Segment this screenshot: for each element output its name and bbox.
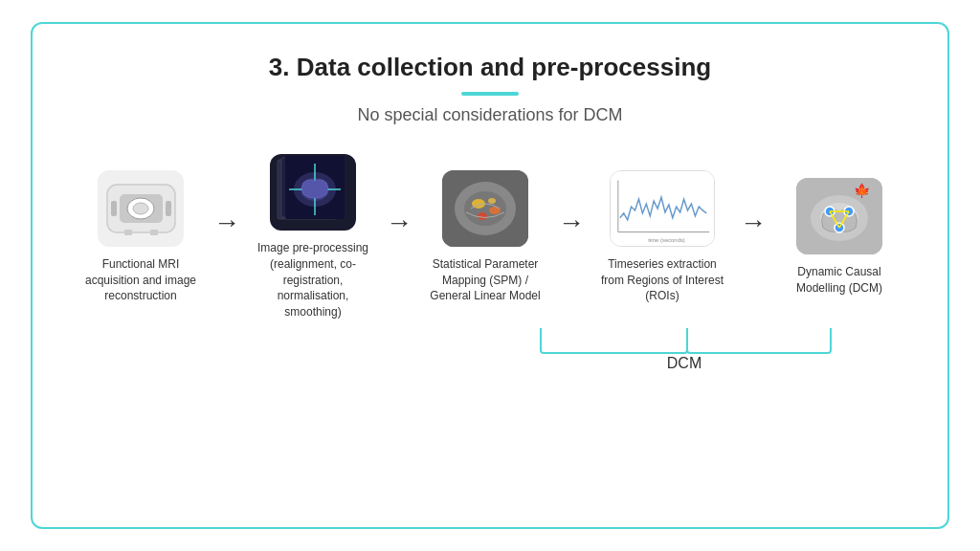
step-fmri: Functional MRI acquisition and image rec… [74,170,208,304]
svg-rect-4 [111,201,117,216]
arrow-2: → [386,208,412,267]
slide-subtitle: No special considerations for DCM [357,105,622,125]
step-dcm-brain: 🍁 Dynamic Causal Modelling (DCM) [772,178,906,297]
preprocessing-icon-box [270,154,356,231]
arrow-3: → [558,208,585,267]
pipeline-steps: Functional MRI acquisition and image rec… [71,154,909,320]
spm-icon-box [442,170,528,247]
svg-point-3 [133,203,148,214]
timeseries-icon-box: time (seconds) [610,170,715,247]
dcm-brain-label: Dynamic Causal Modelling (DCM) [777,264,902,297]
title-underline [461,92,519,96]
slide-title: 3. Data collection and pre-processing [269,53,711,82]
svg-point-17 [464,191,506,226]
timeseries-label: Timeseries extraction from Regions of In… [600,256,724,304]
dcm-bracket-label: DCM [667,355,702,372]
spm-label: Statistical Parameter Mapping (SPM) / Ge… [423,256,547,304]
svg-text:time (seconds): time (seconds) [648,237,685,243]
arrow-1: → [213,208,240,267]
step-spm: Statistical Parameter Mapping (SPM) / Ge… [418,170,552,304]
mri-icon [105,177,177,239]
fmri-icon-box [98,170,184,247]
spm-icon [442,170,528,247]
svg-rect-6 [124,230,132,235]
timeseries-icon: time (seconds) [611,170,714,247]
brain-scan-icon [270,154,356,231]
dcm-brain-icon-box: 🍁 [796,178,882,254]
dcm-bracket-svg [536,326,833,355]
dcm-bracket-section: DCM [522,326,847,372]
dcm-brain-icon: 🍁 [796,178,882,254]
svg-point-20 [478,212,487,220]
pipeline: Functional MRI acquisition and image rec… [71,154,909,372]
svg-rect-5 [166,201,171,216]
step-timeseries: time (seconds) Timeseries extraction fro… [590,170,734,304]
step-preprocessing: Image pre-processing (realignment, co-re… [246,154,380,320]
preprocessing-label: Image pre-processing (realignment, co-re… [251,240,375,320]
fmri-label: Functional MRI acquisition and image rec… [78,256,203,304]
svg-text:🍁: 🍁 [854,183,871,199]
arrow-4: → [740,208,767,267]
svg-point-21 [488,198,496,204]
svg-rect-7 [150,230,158,235]
slide: 3. Data collection and pre-processing No… [31,22,949,529]
